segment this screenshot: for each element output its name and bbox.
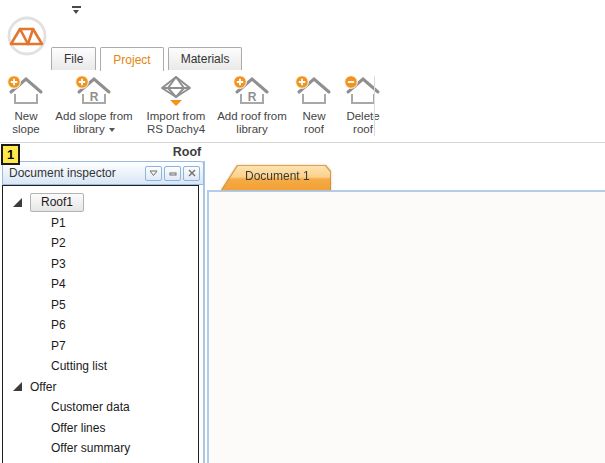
delete-roof-icon bbox=[344, 75, 382, 108]
som-marker-1: 1 bbox=[1, 144, 20, 165]
tab-project[interactable]: Project bbox=[100, 47, 163, 71]
tab-materials[interactable]: Materials bbox=[168, 47, 243, 70]
add-roof-from-library-button[interactable]: R Add roof from library bbox=[214, 73, 290, 136]
button-label: Add roof from library bbox=[217, 110, 287, 136]
tree-node-cutting-list[interactable]: Cutting list bbox=[3, 356, 198, 377]
customize-quick-access-icon[interactable] bbox=[72, 6, 82, 15]
ribbon-group-caption: Roof bbox=[0, 145, 374, 159]
tree-node-offer-lines[interactable]: Offer lines bbox=[3, 418, 198, 439]
tree-node-customer-data[interactable]: Customer data bbox=[3, 397, 198, 418]
ribbon-tab-bar: File Project Materials bbox=[51, 47, 242, 71]
app-logo-icon bbox=[7, 16, 47, 56]
tree-node-p5[interactable]: P5 bbox=[3, 295, 198, 316]
document-inspector-header[interactable]: Document inspector bbox=[2, 161, 204, 185]
document-inspector-tree: Roof1 P1 P2 P3 P4 P5 P6 P7 Cutting list … bbox=[2, 185, 199, 463]
panel-dropdown-button[interactable] bbox=[145, 166, 162, 181]
tab-file[interactable]: File bbox=[51, 47, 96, 70]
delete-roof-button[interactable]: Delete roof bbox=[338, 73, 388, 136]
tree-node-p3[interactable]: P3 bbox=[3, 254, 198, 275]
tree-node-label[interactable]: Roof1 bbox=[30, 193, 84, 212]
ribbon: New slope R Add slope from librar bbox=[0, 70, 605, 143]
application-window: File Project Materials New slope bbox=[0, 0, 605, 463]
svg-text:R: R bbox=[248, 90, 257, 104]
expand-triangle-icon[interactable] bbox=[13, 198, 22, 207]
button-label: Import from RS Dachy4 bbox=[147, 110, 206, 136]
button-label: New slope bbox=[12, 110, 40, 136]
tree-node-p2[interactable]: P2 bbox=[3, 233, 198, 254]
tree-node-label[interactable]: Offer bbox=[30, 380, 56, 394]
panel-minimize-button[interactable] bbox=[164, 166, 181, 181]
dropdown-arrow-icon bbox=[109, 128, 115, 132]
panel-title: Document inspector bbox=[9, 166, 145, 180]
document-tab[interactable]: Document 1 bbox=[221, 165, 331, 190]
expand-triangle-icon[interactable] bbox=[13, 382, 22, 391]
tree-node-offer[interactable]: Offer bbox=[3, 377, 198, 398]
new-roof-icon bbox=[295, 75, 333, 108]
tree-node-offer-summary[interactable]: Offer summary bbox=[3, 438, 198, 459]
tree-node-p6[interactable]: P6 bbox=[3, 315, 198, 336]
ribbon-group-separator bbox=[374, 76, 375, 136]
svg-text:R: R bbox=[90, 90, 99, 104]
tree-node-p4[interactable]: P4 bbox=[3, 274, 198, 295]
new-slope-button[interactable]: New slope bbox=[2, 73, 50, 136]
tree-node-roof1[interactable]: Roof1 bbox=[3, 192, 198, 213]
tree-node-p7[interactable]: P7 bbox=[3, 336, 198, 357]
add-roof-from-library-icon: R bbox=[233, 75, 271, 108]
tree-node-p1[interactable]: P1 bbox=[3, 213, 198, 234]
button-label: New roof bbox=[302, 110, 325, 136]
panel-splitter[interactable] bbox=[203, 161, 205, 463]
import-from-rs-dachy4-icon bbox=[157, 75, 195, 108]
add-slope-from-library-icon: R bbox=[75, 75, 113, 108]
document-canvas[interactable] bbox=[207, 190, 605, 463]
panel-close-button[interactable] bbox=[183, 166, 200, 181]
new-slope-icon bbox=[7, 75, 45, 108]
button-label: Add slope from library bbox=[55, 110, 132, 136]
new-roof-button[interactable]: New roof bbox=[290, 73, 338, 136]
document-tab-label: Document 1 bbox=[245, 169, 310, 183]
import-from-rs-dachy4-button[interactable]: Import from RS Dachy4 bbox=[138, 73, 214, 136]
add-slope-from-library-button[interactable]: R Add slope from library bbox=[50, 73, 138, 136]
